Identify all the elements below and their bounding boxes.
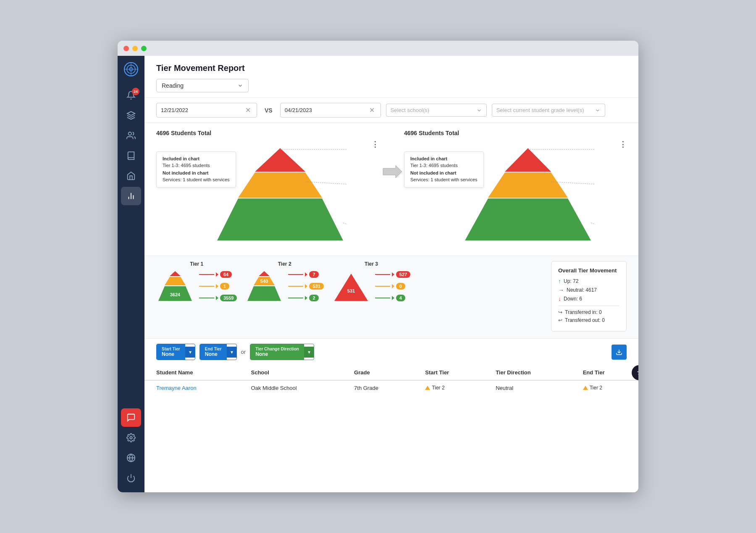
col-end-tier-label: End Tier xyxy=(583,369,605,376)
movement-up-label: Up: 72 xyxy=(564,278,578,284)
power-icon xyxy=(126,473,136,483)
movement-divider xyxy=(558,306,620,306)
sidebar-item-school[interactable] xyxy=(121,167,141,185)
tier3-orange-count: 0 xyxy=(396,283,405,290)
svg-marker-15 xyxy=(255,148,305,172)
tier-change-btn[interactable]: Tier Change Direction None ▾ xyxy=(250,344,314,360)
svg-marker-46 xyxy=(334,274,368,301)
movement-neutral-label: Neutral: 4617 xyxy=(567,287,597,293)
movement-down: ↓ Down: 6 xyxy=(558,295,620,302)
movement-transferred-in: ↪ Transferred in: 0 xyxy=(558,309,620,315)
start-tier-btn[interactable]: Start Tier None ▾ xyxy=(156,344,195,360)
sidebar-item-reports[interactable] xyxy=(121,187,141,205)
svg-marker-41 xyxy=(259,271,270,276)
sidebar-item-chat[interactable] xyxy=(121,408,141,427)
col-start-tier: Start Tier xyxy=(413,365,484,380)
end-tier-triangle xyxy=(583,386,588,390)
minimize-btn[interactable] xyxy=(132,46,138,51)
tier3-label: Tier 3 xyxy=(365,261,378,267)
table-container: Student Name School Grade Start Tier Tie… xyxy=(144,365,638,395)
start-tier-main[interactable]: Start Tier None xyxy=(157,344,185,360)
tier1-green-count: 3559 xyxy=(220,295,237,301)
svg-point-5 xyxy=(129,132,131,135)
tier2-orange-count: 531 xyxy=(309,283,323,290)
grade-select[interactable]: Select current student grade level(s) xyxy=(492,104,605,117)
svg-marker-36 xyxy=(216,272,218,277)
sidebar-item-curriculum[interactable] xyxy=(121,146,141,165)
date2-clear[interactable]: ✕ xyxy=(368,106,376,114)
student-name-link[interactable]: Tremayne Aaron xyxy=(156,385,197,391)
end-tier-btn[interactable]: End Tier None ▾ xyxy=(200,344,237,360)
svg-point-9 xyxy=(130,436,132,439)
right-pyramid: 4696 Students Total ⋮ Included in chart … xyxy=(404,130,627,249)
filter-bar: Start Tier None ▾ End Tier None ▾ or xyxy=(144,338,638,365)
svg-marker-14 xyxy=(238,172,322,198)
chevron-down-icon xyxy=(237,83,243,89)
movement-section: Tier 1 3624 xyxy=(144,256,638,338)
end-tier-text: Tier 2 xyxy=(590,385,602,391)
svg-text:531: 531 xyxy=(347,288,355,293)
end-tier-main[interactable]: End Tier None xyxy=(200,344,227,360)
left-pyramid: 4696 Students Total ⋮ Included in chart … xyxy=(156,130,379,249)
right-legend-not-included-title: Not included in chart xyxy=(410,170,478,175)
titlebar xyxy=(118,41,638,56)
school-select[interactable]: Select school(s) xyxy=(386,104,487,117)
sidebar-item-settings[interactable] xyxy=(121,428,141,447)
vs-label: VS xyxy=(262,107,275,114)
grade-placeholder: Select current student grade level(s) xyxy=(496,107,584,113)
svg-line-31 xyxy=(591,223,595,225)
movement-transferred-out: ↩ Transferred out: 0 xyxy=(558,317,620,323)
start-tier-text: Tier 2 xyxy=(432,385,444,391)
overall-movement-box: Overall Tier Movement ↑ Up: 72 → Neutral… xyxy=(551,261,627,332)
book-icon xyxy=(126,151,136,160)
app-window: 24 xyxy=(118,41,638,492)
tier3-green-count: 4 xyxy=(396,295,405,301)
sidebar: 24 xyxy=(118,56,144,492)
tier1-label: Tier 1 xyxy=(190,261,203,267)
right-legend: Included in chart Tier 1-3: 4695 student… xyxy=(404,152,484,188)
tier3-flow: Tier 3 531 527 xyxy=(332,261,410,303)
sidebar-item-power[interactable] xyxy=(121,469,141,487)
close-btn[interactable] xyxy=(123,46,129,51)
maximize-btn[interactable] xyxy=(141,46,147,51)
tier-change-value: None xyxy=(255,351,268,357)
svg-marker-43 xyxy=(305,272,307,277)
pyramid-arrow xyxy=(379,130,404,180)
filters-row: 12/21/2022 ✕ VS 04/21/2023 ✕ Select scho… xyxy=(144,98,638,123)
tier1-red-count: 64 xyxy=(220,271,232,278)
date1-input[interactable]: 12/21/2022 ✕ xyxy=(156,103,257,118)
subject-dropdown-label: Reading xyxy=(162,82,184,89)
sidebar-item-globe[interactable] xyxy=(121,449,141,467)
student-icon xyxy=(126,111,136,120)
left-legend-included-text: Tier 1-3: 4695 students xyxy=(163,163,230,168)
svg-marker-50 xyxy=(392,296,394,300)
page-title: Tier Movement Report xyxy=(156,63,627,73)
download-button[interactable] xyxy=(612,345,627,360)
left-legend: Included in chart Tier 1-3: 4695 student… xyxy=(156,152,236,188)
tier-change-arrow[interactable]: ▾ xyxy=(304,347,314,358)
subject-dropdown-btn[interactable]: Reading xyxy=(156,79,249,92)
end-tier-arrow[interactable]: ▾ xyxy=(227,347,236,358)
svg-marker-23 xyxy=(465,199,591,240)
sidebar-bottom xyxy=(121,405,141,492)
date2-input[interactable]: 04/21/2023 ✕ xyxy=(280,103,381,118)
left-students-total: 4696 Students Total xyxy=(156,130,379,136)
svg-marker-25 xyxy=(505,148,551,172)
sidebar-item-groups[interactable] xyxy=(121,126,141,145)
tier-change-main[interactable]: Tier Change Direction None xyxy=(250,344,304,360)
tier1-pyramid-mini: 3624 xyxy=(156,269,194,303)
svg-marker-49 xyxy=(392,284,394,288)
accessibility-button[interactable] xyxy=(632,365,638,380)
left-legend-not-included-title: Not included in chart xyxy=(163,170,230,175)
notification-badge: 24 xyxy=(132,88,139,95)
right-legend-included-title: Included in chart xyxy=(410,156,478,161)
start-tier-arrow[interactable]: ▾ xyxy=(185,347,195,358)
date1-clear[interactable]: ✕ xyxy=(244,106,252,114)
pyramid-container: 4696 Students Total ⋮ Included in chart … xyxy=(156,130,627,249)
movement-transferred-in-label: Transferred in: 0 xyxy=(565,309,602,315)
table-header-row: Student Name School Grade Start Tier Tie… xyxy=(144,365,638,380)
sidebar-item-students[interactable] xyxy=(121,106,141,125)
sidebar-item-notifications[interactable]: 24 xyxy=(121,86,141,105)
subject-dropdown[interactable]: Reading xyxy=(156,79,249,92)
table-row: Tremayne Aaron Oak Middle School 7th Gra… xyxy=(144,380,638,395)
